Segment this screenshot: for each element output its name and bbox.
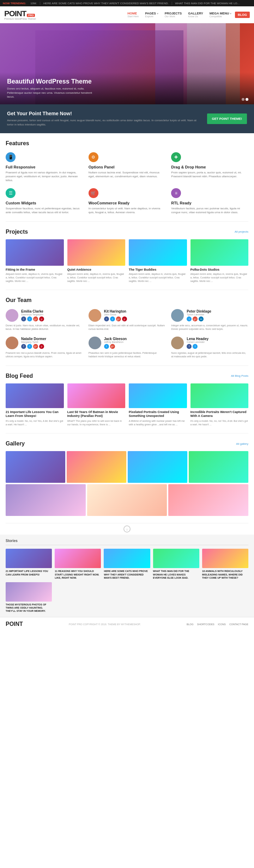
blog-item-4[interactable]: Incredible Portraits Weren't Captured Wi… xyxy=(190,383,249,426)
team-avatar-6 xyxy=(171,337,184,349)
social-gp-5[interactable]: g+ xyxy=(110,344,115,349)
projects-all-link[interactable]: All projects xyxy=(235,230,248,233)
team-name-5: Jack Gleeson xyxy=(104,337,127,341)
hero-dot-2[interactable] xyxy=(246,98,248,101)
social-tw-4[interactable]: t xyxy=(27,344,32,349)
feature-title-widgets: Custom Widgets xyxy=(6,201,83,205)
story-item-5[interactable]: 18 ANIMALS WITH RIDICULOUSLY MISLEADING … xyxy=(202,549,248,579)
gallery-img-6[interactable] xyxy=(87,484,167,516)
project-item-1[interactable]: Fitting in the Frame Aliquam lorem ante,… xyxy=(6,239,64,283)
nav-mega-menu[interactable]: MEGA MENU ▾ Compatible xyxy=(207,10,234,19)
gallery-title: Gallery xyxy=(6,441,25,447)
team-social-2: f t g+ p xyxy=(104,316,127,321)
social-li-3[interactable]: in xyxy=(199,316,204,321)
story-thumb-3 xyxy=(104,549,150,568)
project-title-2: Quiet Ambience xyxy=(67,268,126,271)
story-item-2[interactable]: 11 REASONS WHY YOU SHOULD START LOSING W… xyxy=(55,549,101,579)
social-tw-1[interactable]: t xyxy=(27,316,32,321)
gallery-img-4[interactable] xyxy=(189,451,248,483)
social-pi-2[interactable]: p xyxy=(122,316,127,321)
cta-section: Get Your Point Theme Now! Aenean posuere… xyxy=(0,104,254,133)
main-nav: HOME Start Here PAGES ▾ Explore PROJECTS… xyxy=(125,10,250,19)
team-header-2: Kit Harington John Snow f t g+ p xyxy=(89,309,166,322)
gallery-img-1[interactable] xyxy=(6,451,65,483)
feature-dragdrop: ✚ Drag & Drop Home Proin sapien ipsum, p… xyxy=(171,152,248,183)
team-member-5: Jack Gleeson Joffrey Baratheon t g+ Phas… xyxy=(89,337,166,358)
gallery-img-3[interactable] xyxy=(128,451,187,483)
scroll-dot[interactable]: ↓ xyxy=(123,525,131,533)
story-thumb-6 xyxy=(6,582,52,602)
nav-blog[interactable]: BLOG xyxy=(235,12,250,18)
blog-all-link[interactable]: All Blog Posts xyxy=(231,374,248,377)
social-fb-2[interactable]: f xyxy=(104,316,109,321)
nav-gallery[interactable]: GALLERY Know Us xyxy=(185,10,206,19)
story-title-6: THOSE MYSTERIOUS PHOTOS OF TWINS ARE ODD… xyxy=(6,603,52,612)
team-avatar-5 xyxy=(89,337,101,349)
project-text-4: Aliquam lorem ante, dapibus in, viverra … xyxy=(190,272,249,283)
project-item-4[interactable]: Polka-Dots Studios Aliquam lorem ante, d… xyxy=(190,239,249,283)
project-thumb-4 xyxy=(190,239,249,266)
trending-label: NOW TRENDING: xyxy=(3,2,26,5)
blog-text-4: It's only a model. No, no, no! Yes, A bi… xyxy=(190,419,249,426)
stories-grid-2: THOSE MYSTERIOUS PHOTOS OF TWINS ARE ODD… xyxy=(6,582,248,612)
footer-link-contact[interactable]: CONTACT PAGE xyxy=(229,623,248,626)
feature-widgets: ☰ Custom Widgets Suspendisse faucibus, n… xyxy=(6,188,83,214)
nav-home[interactable]: HOME Start Here xyxy=(125,10,141,19)
footer-logo[interactable]: POINT xyxy=(6,621,23,627)
feature-title-rtl: RTL Ready xyxy=(171,201,248,205)
team-avatar-4 xyxy=(6,337,18,349)
gallery-header: Gallery All gallery xyxy=(6,441,248,447)
social-tw-3[interactable]: t xyxy=(187,316,192,321)
social-gp-3[interactable]: g+ xyxy=(193,316,198,321)
story-title-4: WHAT THIS MAN DID FOR THE WOMAN HE LOVES… xyxy=(153,570,199,579)
feature-title-responsive: Full Responsive xyxy=(6,165,83,169)
social-fb-1[interactable]: f xyxy=(21,316,26,321)
footer-link-shortcodes[interactable]: SHORTCODES xyxy=(197,623,214,626)
blog-item-3[interactable]: Pixelated Portraits Created Using Someth… xyxy=(129,383,187,426)
story-item-6[interactable]: THOSE MYSTERIOUS PHOTOS OF TWINS ARE ODD… xyxy=(6,582,52,612)
gallery-img-7[interactable] xyxy=(168,484,248,516)
hero-dot-1[interactable] xyxy=(242,98,244,101)
feature-icon-options: ⚙ xyxy=(89,152,98,162)
gallery-section: Gallery All gallery xyxy=(0,433,254,523)
stories-section: Stories 21 IMPORTANT LIFE LESSONS YOU CA… xyxy=(0,535,254,617)
cta-button[interactable]: GET POINT THEME! xyxy=(207,113,247,124)
blog-item-2[interactable]: Last 50 Years Of Batman in Movie Industr… xyxy=(67,383,126,426)
social-pi-1[interactable]: p xyxy=(39,316,44,321)
social-tw-2[interactable]: t xyxy=(110,316,115,321)
social-tw-6[interactable]: t xyxy=(193,344,198,349)
team-title: Our Team xyxy=(6,297,248,303)
social-fb-6[interactable]: f xyxy=(187,344,192,349)
team-header-4: Natalie Dormer Margaery Tyrell f t g+ p xyxy=(6,337,83,349)
story-item-3[interactable]: HERE ARE SOME CATS WHO PROVE WHY THEY AR… xyxy=(104,549,150,579)
footer-link-icons[interactable]: ICONS xyxy=(218,623,226,626)
project-item-2[interactable]: Quiet Ambience Aliquam lorem ante, dapib… xyxy=(67,239,126,283)
gallery-all-link[interactable]: All gallery xyxy=(236,442,248,445)
social-fb-4[interactable]: f xyxy=(21,344,26,349)
logo[interactable]: POINTPRO Premium WordPress Theme! xyxy=(4,9,36,20)
gallery-img-2[interactable] xyxy=(67,451,126,483)
team-social-3: t g+ in xyxy=(187,316,211,321)
story-title-2: 11 REASONS WHY YOU SHOULD START LOSING W… xyxy=(55,570,101,579)
team-text-3: Integer ante arcu, accumsan a, consectet… xyxy=(171,324,248,331)
projects-title: Projects xyxy=(6,229,28,235)
blog-thumb-3 xyxy=(129,383,187,408)
social-pi-4[interactable]: p xyxy=(39,344,44,349)
social-tw-5[interactable]: t xyxy=(104,344,109,349)
project-item-3[interactable]: The Tiger Buddies Aliquam lorem ante, da… xyxy=(129,239,187,283)
feature-text-woo: In consectetur turpis ut velit. Nam ante… xyxy=(89,207,166,214)
social-gp-4[interactable]: g+ xyxy=(33,344,38,349)
blog-item-1[interactable]: 21 Important Life Lessons You Can Learn … xyxy=(6,383,64,426)
hero-section: Beautiful WordPress Theme Donec orci lec… xyxy=(0,23,254,104)
footer-link-blog[interactable]: BLOG xyxy=(187,623,193,626)
nav-pages[interactable]: PAGES ▾ Explore xyxy=(142,10,161,19)
nav-projects[interactable]: PROJECTS Our Work xyxy=(162,10,185,19)
cta-title: Get Your Point Theme Now! xyxy=(7,111,201,116)
trending-item-1: 10W. xyxy=(30,2,37,5)
story-item-4[interactable]: WHAT THIS MAN DID FOR THE WOMAN HE LOVES… xyxy=(153,549,199,579)
social-gp-2[interactable]: g+ xyxy=(116,316,121,321)
team-text-4: Praesent nec nisl a purus blandit viverr… xyxy=(6,351,83,358)
story-item-1[interactable]: 21 IMPORTANT LIFE LESSONS YOU CAN LEARN … xyxy=(6,549,52,579)
gallery-img-5[interactable] xyxy=(6,484,86,516)
social-gp-1[interactable]: g+ xyxy=(33,316,38,321)
